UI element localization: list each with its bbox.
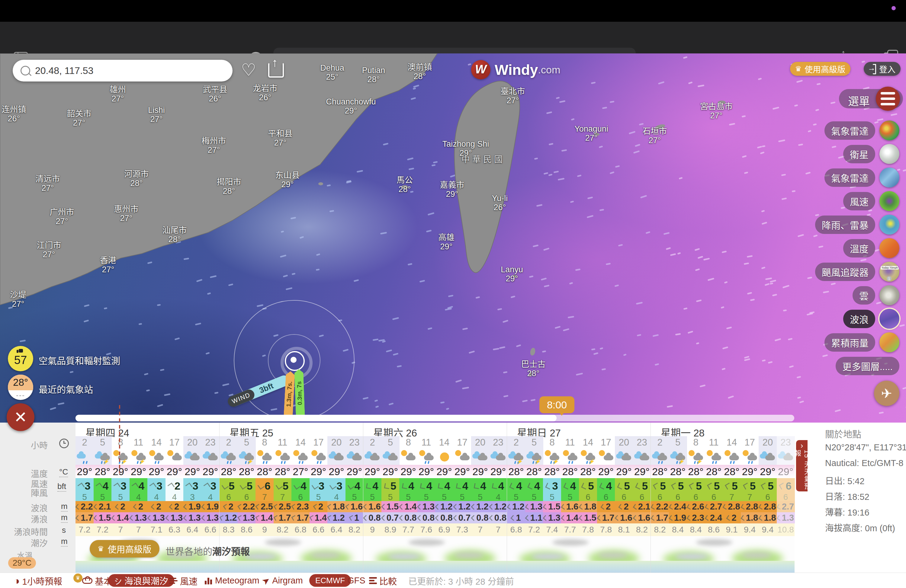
layer-item-10[interactable]: 更多圖層..... (836, 354, 900, 378)
tab-compare[interactable]: 比較 (369, 573, 397, 588)
timeline-scrubber[interactable] (75, 415, 794, 421)
swell-direction-arrow (777, 515, 782, 521)
layer-item-5[interactable]: 溫度 (843, 236, 900, 260)
search-box[interactable]: 20.48, 117.53 (13, 60, 233, 81)
swell-cell: 1.3 (129, 512, 148, 523)
swell-period-cell: 9.1 (723, 523, 741, 536)
forecast-column[interactable]: 228°562.21.78.2 (651, 436, 669, 573)
forecast-column[interactable]: 5⚡28°451.31.17.2 (525, 436, 543, 573)
layer-item-1[interactable]: 衛星 (843, 142, 900, 166)
hamburger-menu-button[interactable] (876, 87, 900, 111)
weather-icon (597, 449, 615, 465)
forecast-column[interactable]: 2329°562.11.68.2 (633, 436, 651, 573)
forecast-column[interactable]: 229°451.60.89 (363, 436, 381, 573)
forecast-column[interactable]: 2329°451.618.2 (346, 436, 364, 573)
swell-cell: 1.9 (669, 512, 687, 523)
swell-cell: 1.8 (741, 512, 759, 523)
forecast-column[interactable]: 1129°451.30.87.6 (417, 436, 435, 573)
swell-period-cell: 8.2 (651, 523, 669, 536)
export-icon[interactable] (268, 62, 284, 78)
hourly-forecast-toggle[interactable]: ◑ 1小時預報 (14, 573, 62, 588)
layer-item-0[interactable]: 氣象雷達 (825, 119, 900, 142)
swell-direction-arrow (273, 515, 279, 521)
weather-map[interactable]: Dehua25°Putian28°澳前镇28°雄州27°武平县26°龙岩市26°… (0, 53, 906, 422)
forecast-column[interactable]: 8⚡28°562.62.38.4 (687, 436, 705, 573)
hour-cell: 2 (75, 436, 94, 449)
windy-logo[interactable]: W Windy .com (471, 60, 560, 80)
forecast-column[interactable]: 1429°451.20.86.9 (435, 436, 453, 573)
wave-cell: 1.5 (543, 501, 561, 512)
layer-item-7[interactable]: 雲 (853, 284, 900, 307)
swell-cell: 1.7 (651, 512, 669, 523)
forecast-column[interactable]: 8⚡28°351.51.37.4 (543, 436, 561, 573)
wave-cell: 1.2 (471, 501, 489, 512)
crown-icon: ♛ (97, 545, 104, 553)
forecast-column[interactable]: 1729°451.20.77.3 (453, 436, 471, 573)
swell-cell: 1.5 (579, 512, 597, 523)
flight-mode-button[interactable]: ✈ (874, 381, 900, 406)
layer-item-8[interactable]: 波浪 (843, 307, 900, 330)
layer-item-3[interactable]: 風速 (843, 189, 900, 213)
model-ecmwf[interactable]: ECMWF (309, 574, 351, 587)
weather-station-badge[interactable]: 28° --- (8, 374, 33, 400)
forecast-column[interactable]: 1729°4621.77.8 (597, 436, 615, 573)
forecast-column[interactable]: 1128°572.51.78.2 (274, 436, 292, 573)
favorite-icon[interactable]: ♡ (241, 60, 256, 80)
forecast-column[interactable]: 14⚡28°561.81.57.8 (579, 436, 597, 573)
forecast-column[interactable]: 2329°441.20.87 (489, 436, 507, 573)
air-quality-badge[interactable]: 57 (8, 346, 33, 371)
forecast-column[interactable]: 829°451.40.87.7 (399, 436, 417, 573)
forecast-column[interactable]: 2029°451.20.87 (471, 436, 489, 573)
forecast-column[interactable]: 1729°572.81.89.4 (741, 436, 759, 573)
forecast-column[interactable]: 2⚡28°451.216.8 (507, 436, 525, 573)
hour-cell: 17 (166, 436, 183, 449)
forecast-column[interactable]: 529°551.50.78.9 (381, 436, 400, 573)
info-coordinates: N20°28'47", E117°31'48" (825, 443, 906, 453)
wind-cell: 45 (346, 478, 364, 501)
picker-center-dot[interactable] (290, 357, 297, 363)
fifteen-day-forecast-ribbon[interactable]: › 15 天天氣預報 (796, 440, 807, 491)
temp-cell: 29° (435, 465, 453, 478)
premium-button[interactable]: ♛ 使用高級版 (790, 62, 850, 76)
satellite-layer-thumbnail (879, 144, 900, 164)
map-label: Putian28° (362, 66, 385, 84)
model-gfs[interactable]: GFS (347, 573, 365, 588)
forecast-column[interactable]: 1428°572.829.1 (723, 436, 741, 573)
forecast-column[interactable]: 828°672.51.49 (255, 436, 274, 573)
wave-direction-arrow (579, 504, 585, 510)
hour-cell: 20 (327, 436, 346, 449)
forecast-column[interactable]: 2029°5621.68.1 (615, 436, 633, 573)
layer-item-2[interactable]: 氣象雷達 (825, 166, 900, 189)
wind-direction-arrow (258, 482, 265, 489)
swell-direction-arrow (597, 515, 603, 521)
tide-premium-button[interactable]: ♛ 使用高級版 (90, 540, 160, 558)
temp-cell: 29° (399, 465, 417, 478)
search-input[interactable]: 20.48, 117.53 (35, 65, 93, 76)
forecast-column[interactable]: 1128°562.72.48.6 (705, 436, 723, 573)
wave-direction-arrow (453, 504, 459, 510)
layer-item-6[interactable]: 颶風追蹤器Today 70mph1 (815, 260, 900, 284)
wave-cell: 2.8 (723, 501, 741, 512)
temp-cell: 29° (201, 465, 220, 478)
forecast-column[interactable]: 1427°462.31.76.8 (292, 436, 309, 573)
map-label: Yu-li26° (492, 194, 508, 212)
time-bubble[interactable]: 8:00 (539, 396, 574, 413)
tab-waves-tides[interactable]: シ 海浪與潮汐 (108, 574, 174, 587)
forecast-column[interactable]: 5⚡28°562.41.98.4 (669, 436, 687, 573)
forecast-column[interactable]: 1128°451.61.47.7 (561, 436, 579, 573)
weather-icon (453, 449, 471, 465)
layer-item-4[interactable]: 降雨、雷暴 (815, 213, 900, 236)
forecast-column[interactable]: 1729°3521.46.6 (309, 436, 328, 573)
tab-airgram[interactable]: ➤ Airgram (262, 573, 303, 588)
close-forecast-button[interactable]: ✕ (6, 403, 34, 431)
temp-cell: 28° (220, 465, 238, 478)
wind-direction-arrow (131, 482, 139, 489)
login-button[interactable]: 登入 (864, 62, 901, 76)
tab-wind[interactable]: 風速 (169, 573, 198, 588)
forecast-column[interactable]: 2029°341.81.26.4 (327, 436, 346, 573)
wave-direction-arrow (777, 504, 782, 510)
layer-item-9[interactable]: 累積雨量 (825, 330, 900, 354)
tab-meteogram[interactable]: Meteogram (205, 573, 259, 588)
forecast-column[interactable]: 2029°562.81.89.4 (759, 436, 777, 573)
tab-basic[interactable]: 基本 (82, 573, 112, 588)
